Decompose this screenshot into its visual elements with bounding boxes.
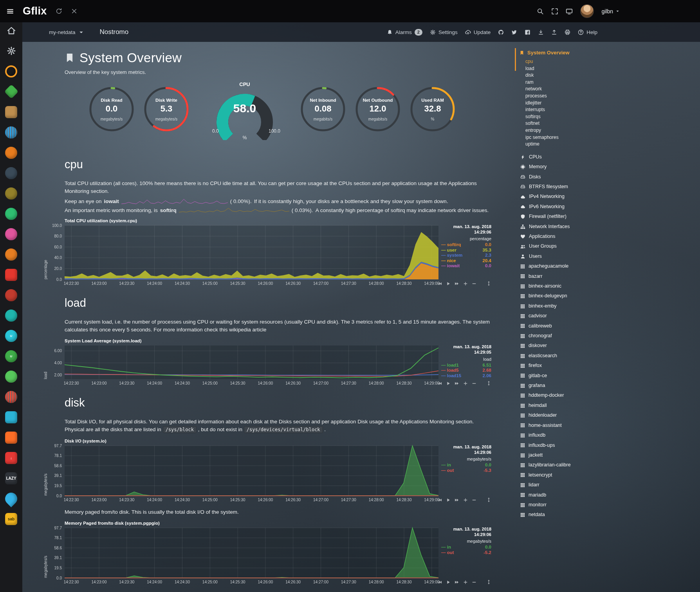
- nav-app-elasticsearch[interactable]: elasticsearch: [520, 351, 700, 361]
- gauge-disk-read[interactable]: Disk Read 0.0 megabytes/s: [88, 86, 135, 132]
- nav-section-ipv4-networking[interactable]: IPv4 Networking: [520, 192, 700, 202]
- app-shortcut-icon[interactable]: [5, 492, 18, 505]
- chart-system-io[interactable]: Disk I/O (system.io) megabytes/s 97.778.…: [43, 439, 492, 503]
- chart-canvas[interactable]: 6.004.002.0014:22:3014:23:0014:23:3014:2…: [43, 344, 439, 386]
- nav-app-chronograf[interactable]: chronograf: [520, 331, 700, 341]
- nav-sub-ipc-semaphores[interactable]: ipc semaphores: [525, 134, 700, 141]
- zoom-in-icon[interactable]: [463, 580, 468, 585]
- legend-series-load1[interactable]: — load16.51: [441, 363, 491, 368]
- legend-series-softirq[interactable]: — softirq0.0: [441, 242, 491, 248]
- cast-icon[interactable]: [566, 8, 573, 15]
- zoom-out-icon[interactable]: [472, 381, 476, 386]
- nav-sub-idlejitter[interactable]: idlejitter: [525, 100, 700, 107]
- play-icon[interactable]: [446, 381, 451, 386]
- gauge-net-inbound[interactable]: Net Inbound 0.08 megabits/s: [300, 86, 346, 132]
- app-shortcut-icon[interactable]: [5, 65, 18, 78]
- pan-left-icon[interactable]: [437, 281, 442, 286]
- app-shortcut-icon[interactable]: ↓: [5, 451, 18, 464]
- nav-section-users[interactable]: Users: [520, 252, 700, 261]
- app-shortcut-icon[interactable]: sab: [5, 512, 18, 525]
- nav-app-letsencrypt[interactable]: letsencrypt: [520, 470, 700, 480]
- app-shortcut-icon[interactable]: U: [5, 349, 18, 363]
- app-shortcut-icon[interactable]: [5, 146, 18, 159]
- nav-sub-cpu[interactable]: cpu: [525, 58, 700, 65]
- nav-sub-interrupts[interactable]: interrupts: [525, 106, 700, 113]
- nav-app-cadvisor[interactable]: cadvisor: [520, 311, 700, 321]
- nav-app-lidarr[interactable]: lidarr: [520, 480, 700, 490]
- github-link[interactable]: [498, 29, 504, 35]
- zoom-in-icon[interactable]: [463, 281, 468, 286]
- avatar[interactable]: [580, 4, 594, 18]
- legend-series-system[interactable]: — system2.3: [441, 253, 491, 258]
- nav-section-cpus[interactable]: CPUs: [520, 152, 700, 162]
- nav-sub-ram[interactable]: ram: [525, 79, 700, 86]
- nav-section-memory[interactable]: Memory: [520, 162, 700, 172]
- chart-system-load[interactable]: System Load Average (system.load) load 6…: [43, 338, 492, 386]
- app-shortcut-icon[interactable]: [5, 227, 18, 241]
- app-shortcut-icon[interactable]: [5, 207, 18, 220]
- legend-series-out[interactable]: — out-5.2: [441, 550, 491, 556]
- chart-canvas[interactable]: 100.080.060.040.020.00.014:22:3014:23:00…: [43, 224, 439, 286]
- nav-app-binhex-emby[interactable]: binhex-emby: [520, 301, 700, 311]
- nav-sub-softirqs[interactable]: softirqs: [525, 113, 700, 121]
- legend-series-nice[interactable]: — nice20.4: [441, 258, 491, 264]
- nav-app-firefox[interactable]: firefox: [520, 361, 700, 371]
- nav-sub-processes[interactable]: processes: [525, 93, 700, 100]
- legend-series-in[interactable]: — in0.0: [441, 462, 491, 468]
- nav-section-network-interfaces[interactable]: Network Interfaces: [520, 222, 700, 232]
- pan-left-icon[interactable]: [437, 381, 442, 386]
- nav-sub-uptime[interactable]: uptime: [525, 141, 700, 148]
- menu-icon[interactable]: [6, 7, 14, 15]
- nav-section-btrfs-filesystem[interactable]: BTRFS filesystem: [520, 182, 700, 192]
- nav-app-home-assistant[interactable]: home-assistant: [520, 421, 700, 430]
- settings-icon[interactable]: [5, 44, 18, 58]
- update-button[interactable]: Update: [465, 29, 491, 35]
- app-shortcut-icon[interactable]: [5, 390, 18, 403]
- pan-left-icon[interactable]: [437, 580, 442, 585]
- pan-right-icon[interactable]: [455, 381, 459, 386]
- app-logo[interactable]: Gflix: [23, 5, 47, 17]
- nav-system-overview[interactable]: System Overview: [520, 50, 700, 56]
- app-shortcut-icon[interactable]: [5, 105, 18, 119]
- app-shortcut-icon[interactable]: [5, 288, 18, 302]
- app-shortcut-icon[interactable]: [5, 248, 18, 261]
- gauge-net-outbound[interactable]: Net Outbound 12.0 megabits/s: [355, 86, 401, 132]
- nav-section-applications[interactable]: Applications: [520, 232, 700, 241]
- server-dropdown[interactable]: my-netdata: [49, 29, 84, 35]
- alarms-button[interactable]: Alarms2: [387, 29, 422, 36]
- pan-right-icon[interactable]: [455, 498, 459, 502]
- chart-canvas[interactable]: 97.778.158.639.119.50.014:22:3014:23:001…: [43, 526, 439, 585]
- pan-right-icon[interactable]: [455, 281, 459, 286]
- nav-app-influxdb[interactable]: influxdb: [520, 430, 700, 440]
- nav-app-apacheguacamole[interactable]: apacheguacamole: [520, 261, 700, 271]
- resize-handle-icon[interactable]: [486, 579, 491, 585]
- zoom-out-icon[interactable]: [472, 580, 476, 585]
- nav-app-hddtemp-docker[interactable]: hddtemp-docker: [520, 390, 700, 400]
- nav-app-binhex-delugevpn[interactable]: binhex-delugevpn: [520, 291, 700, 301]
- app-shortcut-icon[interactable]: [5, 268, 18, 281]
- nav-app-bazarr[interactable]: bazarr: [520, 272, 700, 281]
- help-button[interactable]: Help: [578, 29, 597, 35]
- nav-app-influxdb-ups[interactable]: influxdb-ups: [520, 441, 700, 450]
- nav-sub-softnet[interactable]: softnet: [525, 120, 700, 127]
- app-shortcut-icon[interactable]: [5, 431, 18, 444]
- facebook-link[interactable]: [525, 29, 530, 35]
- zoom-out-icon[interactable]: [472, 281, 476, 286]
- app-shortcut-icon[interactable]: [5, 370, 18, 383]
- zoom-out-icon[interactable]: [472, 498, 476, 502]
- app-shortcut-icon[interactable]: [5, 166, 18, 180]
- user-menu[interactable]: gilbn: [601, 8, 620, 14]
- refresh-icon[interactable]: [56, 8, 62, 14]
- nav-sub-load[interactable]: load: [525, 65, 700, 72]
- chart-system-cpu[interactable]: Total CPU utilization (system.cpu) perce…: [43, 218, 492, 286]
- chart-system-pgpgio[interactable]: Memory Paged from/to disk (system.pgpgio…: [43, 521, 492, 585]
- resize-handle-icon[interactable]: [486, 497, 491, 502]
- play-icon[interactable]: [446, 281, 451, 286]
- legend-series-in[interactable]: — in0.0: [441, 545, 491, 550]
- nav-app-diskover[interactable]: diskover: [520, 341, 700, 351]
- play-icon[interactable]: [446, 580, 451, 585]
- app-shortcut-icon[interactable]: U: [5, 329, 18, 342]
- app-shortcut-icon[interactable]: [5, 410, 18, 424]
- chart-canvas[interactable]: 97.778.158.639.119.50.014:22:3014:23:001…: [43, 444, 439, 503]
- pan-right-icon[interactable]: [455, 580, 459, 585]
